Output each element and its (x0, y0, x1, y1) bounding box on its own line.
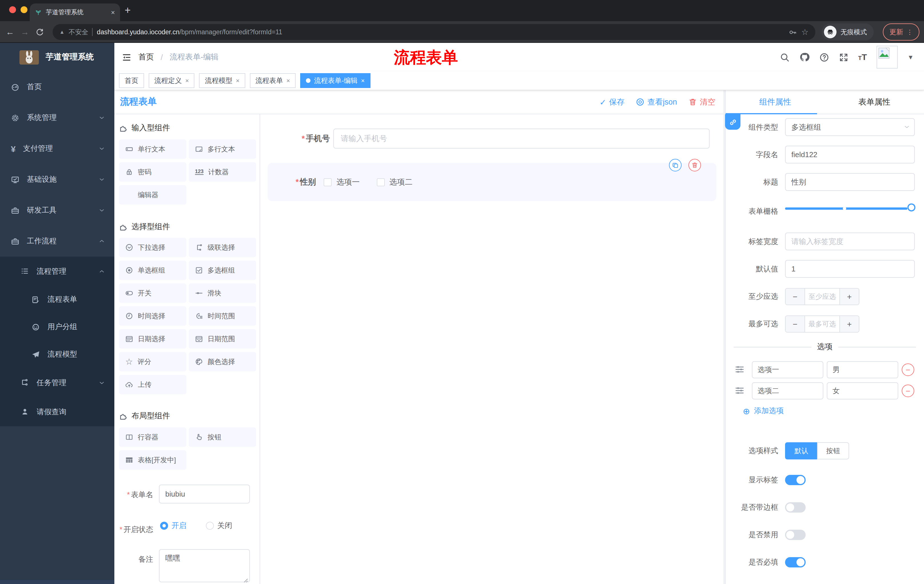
tag-process-form-edit[interactable]: 流程表单-编辑× (300, 73, 371, 88)
tag-close-icon[interactable]: × (361, 77, 365, 84)
stepper-increase-button[interactable]: + (840, 289, 859, 304)
help-icon[interactable] (819, 52, 829, 62)
sidebar-item-task-mgmt[interactable]: 任务管理 (0, 368, 114, 397)
label-width-input[interactable] (785, 233, 915, 250)
browser-tab[interactable]: 芋道管理系统 × (30, 3, 120, 21)
save-button[interactable]: ✓保存 (599, 97, 624, 107)
stepper-decrease-button[interactable]: − (785, 316, 805, 332)
github-icon[interactable] (799, 52, 810, 62)
sidebar-logo[interactable]: 芋道管理系统 (0, 43, 114, 71)
style-button-button[interactable]: 按钮 (817, 442, 849, 459)
tag-process-model[interactable]: 流程模型× (199, 73, 245, 88)
component-select[interactable]: 下拉选择 (119, 238, 186, 257)
drag-handle-icon[interactable] (735, 386, 744, 395)
component-checkbox-group[interactable]: 多选框组 (189, 261, 256, 280)
component-slider[interactable]: 滑块 (189, 283, 256, 303)
stepper-value[interactable]: 至少应选 (805, 289, 840, 304)
breadcrumb-home[interactable]: 首页 (139, 52, 154, 62)
component-time-picker[interactable]: 时间选择 (119, 306, 186, 326)
browser-menu-dots-icon[interactable]: ⋮ (907, 28, 913, 36)
tab-component-props[interactable]: 组件属性 (726, 90, 825, 114)
option-value-input[interactable] (827, 361, 898, 378)
border-switch[interactable] (785, 502, 806, 513)
status-radio-off[interactable]: 关闭 (206, 521, 232, 531)
component-button[interactable]: 按钮 (189, 428, 256, 447)
tag-process-form[interactable]: 流程表单× (250, 73, 296, 88)
sidebar-item-devtools[interactable]: 研发工具 (0, 195, 114, 226)
disabled-switch[interactable] (785, 530, 806, 540)
option-label-input[interactable] (752, 361, 823, 378)
sidebar-item-user-group[interactable]: 用户分组 (0, 313, 114, 341)
resize-grip-icon[interactable] (244, 578, 248, 583)
show-label-switch[interactable] (785, 475, 806, 485)
tab-close-icon[interactable]: × (111, 8, 115, 16)
tab-form-props[interactable]: 表单属性 (825, 90, 924, 114)
avatar-caret-icon[interactable]: ▼ (908, 54, 914, 61)
slider-handle[interactable] (908, 204, 916, 211)
component-radio-group[interactable]: 单选框组 (119, 261, 186, 280)
drag-handle-icon[interactable] (735, 365, 744, 374)
component-time-range[interactable]: 时间范围 (189, 306, 256, 326)
checkbox-icon[interactable] (324, 178, 332, 186)
status-radio-on[interactable]: 开启 (160, 521, 186, 531)
default-value-input[interactable] (785, 260, 915, 278)
back-icon[interactable]: ← (6, 28, 14, 36)
option-label-input[interactable] (752, 382, 823, 400)
sidebar-item-payment[interactable]: ¥ 支付管理 (0, 133, 114, 164)
sidebar-item-process-model[interactable]: 流程模型 (0, 341, 114, 368)
field-name-input[interactable] (785, 146, 915, 163)
key-icon[interactable] (789, 28, 797, 36)
tag-close-icon[interactable]: × (236, 77, 239, 84)
widget-copy-button[interactable] (669, 159, 681, 171)
sidebar-collapse-bar[interactable] (0, 580, 114, 584)
forward-icon[interactable]: → (21, 28, 29, 36)
component-row-container[interactable]: 行容器 (119, 428, 186, 447)
tag-process-definition[interactable]: 流程定义× (148, 73, 195, 88)
component-date-range[interactable]: 日期范围 (189, 329, 256, 349)
font-size-icon[interactable]: TT (858, 52, 867, 62)
stepper-increase-button[interactable]: + (840, 316, 859, 332)
avatar[interactable] (876, 46, 898, 69)
clear-button[interactable]: 清空 (688, 97, 715, 107)
gender-option-2[interactable]: 选项二 (377, 177, 412, 187)
sidebar-item-leave-query[interactable]: 请假查询 (0, 397, 114, 426)
sidebar-item-workflow[interactable]: 工作流程 (0, 226, 114, 257)
address-bar[interactable]: ▲ 不安全 dashboard.yudao.iocoder.cn/bpm/man… (53, 24, 815, 40)
component-single-text[interactable]: 单行文本 (119, 140, 186, 159)
widget-delete-button[interactable] (688, 159, 701, 171)
form-name-input[interactable] (159, 485, 250, 503)
component-multi-text[interactable]: 多行文本 (189, 140, 256, 159)
add-option-button[interactable]: ⊕ 添加选项 (743, 406, 784, 416)
tag-home[interactable]: 首页 (119, 73, 144, 88)
sidebar-item-home[interactable]: 首页 (0, 71, 114, 102)
sidebar-item-infra[interactable]: 基础设施 (0, 164, 114, 195)
component-date-picker[interactable]: 日期选择 (119, 329, 186, 349)
component-color-picker[interactable]: 颜色选择 (189, 352, 256, 372)
checkbox-icon[interactable] (377, 178, 385, 186)
component-rate[interactable]: ☆评分 (119, 352, 186, 372)
window-minimize-button[interactable] (21, 6, 28, 13)
style-default-button[interactable]: 默认 (785, 442, 817, 459)
bookmark-star-icon[interactable]: ☆ (801, 28, 808, 36)
window-close-button[interactable] (9, 6, 16, 13)
required-switch[interactable] (785, 557, 806, 568)
title-input[interactable] (785, 173, 915, 191)
reload-icon[interactable] (35, 28, 44, 36)
component-switch[interactable]: 开关 (119, 283, 186, 303)
update-button[interactable]: 更新 ⋮ (883, 23, 919, 41)
sidebar-item-system[interactable]: 系统管理 (0, 102, 114, 133)
hamburger-icon[interactable] (122, 52, 132, 62)
tag-close-icon[interactable]: × (287, 77, 290, 84)
component-counter[interactable]: 123计数器 (189, 162, 256, 182)
component-editor[interactable]: 编辑器 (119, 185, 186, 204)
component-type-select[interactable]: 多选框组 (785, 118, 915, 136)
component-table[interactable]: 表格[开发中] (119, 450, 186, 470)
gender-option-1[interactable]: 选项一 (324, 177, 360, 187)
form-grid-slider[interactable] (785, 207, 908, 210)
form-remark-textarea[interactable]: 嘿嘿 (159, 549, 250, 582)
selected-widget-gender[interactable]: *性别 选项一 选项二 (267, 163, 716, 201)
new-tab-button[interactable]: + (125, 5, 130, 16)
fullscreen-icon[interactable] (839, 52, 848, 62)
stepper-decrease-button[interactable]: − (785, 289, 805, 304)
view-json-button[interactable]: 查看json (636, 97, 677, 107)
